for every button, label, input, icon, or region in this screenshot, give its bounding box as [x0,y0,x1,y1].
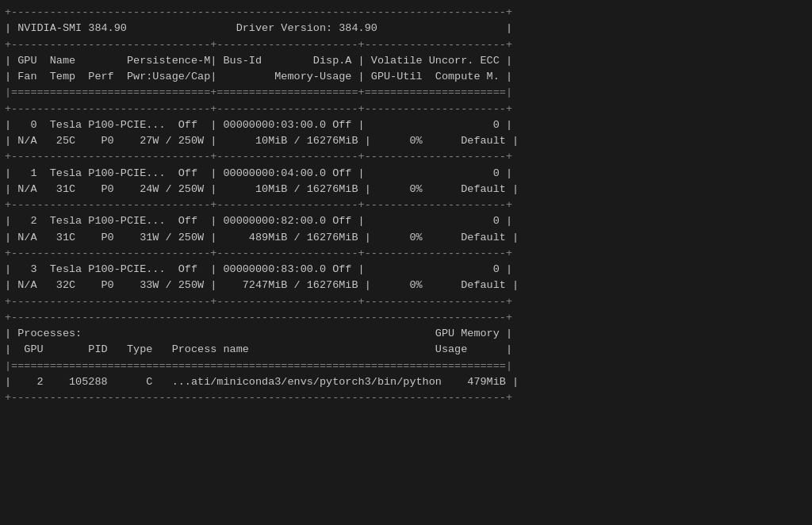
terminal-line: +-------------------------------+-------… [2,246,810,262]
terminal-line: +-------------------------------+-------… [2,102,810,117]
terminal-line: +---------------------------------------… [2,5,810,21]
terminal-window: +---------------------------------------… [0,0,812,525]
terminal-line: +---------------------------------------… [2,310,810,326]
terminal-line: | GPU Name Persistence-M| Bus-Id Disp.A … [2,53,810,69]
terminal-line: +-------------------------------+-------… [2,149,810,165]
terminal-line: +---------------------------------------… [2,390,810,406]
terminal-line: +-------------------------------+-------… [2,294,810,310]
terminal-line: | NVIDIA-SMI 384.90 Driver Version: 384.… [2,21,810,36]
terminal-line: | N/A 25C P0 27W / 250W | 10MiB / 16276M… [2,133,810,149]
terminal-line: | Processes: GPU Memory | [2,326,810,342]
terminal-line: | GPU PID Type Process name Usage | [2,342,810,358]
terminal-line: |=======================================… [2,358,810,374]
terminal-line: | Fan Temp Perf Pwr:Usage/Cap| Memory-Us… [2,69,810,85]
terminal-line: +-------------------------------+-------… [2,197,810,213]
terminal-line: | N/A 32C P0 33W / 250W | 7247MiB / 1627… [2,278,810,293]
terminal-line: |===============================+=======… [2,85,810,101]
terminal-line: | 3 Tesla P100-PCIE... Off | 00000000:83… [2,262,810,278]
terminal-line: | 1 Tesla P100-PCIE... Off | 00000000:04… [2,166,810,182]
terminal-line: | 2 105288 C ...ati/miniconda3/envs/pyto… [2,374,810,390]
terminal-line: | N/A 31C P0 31W / 250W | 489MiB / 16276… [2,230,810,246]
terminal-line: +-------------------------------+-------… [2,37,810,53]
terminal-line: | N/A 31C P0 24W / 250W | 10MiB / 16276M… [2,182,810,197]
terminal-line: | 2 Tesla P100-PCIE... Off | 00000000:82… [2,213,810,229]
terminal-line: | 0 Tesla P100-PCIE... Off | 00000000:03… [2,117,810,133]
